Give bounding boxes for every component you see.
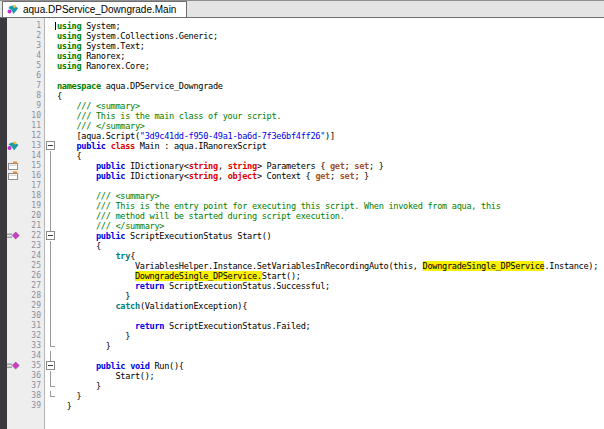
code-text: using Ranorex.Core; — [57, 61, 150, 71]
code-line[interactable]: 11 /// </summary> — [0, 121, 604, 131]
line-number: 35 — [0, 361, 41, 371]
code-text: try{ — [57, 251, 135, 261]
fold-line-marker — [46, 291, 56, 301]
code-text: using Ranorex; — [57, 51, 125, 61]
code-line[interactable]: 4using Ranorex; — [0, 51, 604, 61]
code-line[interactable]: 31 return ScriptExecutionStatus.Failed; — [0, 321, 604, 331]
code-line[interactable]: 32 } — [0, 331, 604, 341]
fold-line-marker — [46, 391, 56, 401]
code-text: namespace aqua.DPService_Downgrade — [57, 81, 223, 91]
code-line[interactable]: 10 /// This is the main class of your sc… — [0, 111, 604, 121]
code-text: catch(ValidationException){ — [57, 301, 247, 311]
code-line[interactable]: 16 public IDictionary<string, object> Co… — [0, 171, 604, 181]
line-number: 5 — [0, 61, 41, 71]
highlighted-occurrence: DowngradeSingle_DPService. — [135, 271, 262, 281]
code-line[interactable]: 27 return ScriptExecutionStatus.Successf… — [0, 281, 604, 291]
fold-line-marker — [46, 161, 56, 171]
fold-line-marker — [46, 221, 56, 231]
line-number: 7 — [0, 81, 41, 91]
code-line[interactable]: 15 public IDictionary<string, string> Pa… — [0, 161, 604, 171]
collapse-minus-icon[interactable] — [46, 231, 55, 240]
line-number: 9 — [0, 101, 41, 111]
code-line[interactable]: 5using Ranorex.Core; — [0, 61, 604, 71]
code-line[interactable]: 34 — [0, 351, 604, 361]
line-number: 31 — [0, 321, 41, 331]
code-line[interactable]: 24 try{ — [0, 251, 604, 261]
line-number: 16 — [0, 171, 41, 181]
code-line[interactable]: 25 VariablesHelper.Instance.SetVariables… — [0, 261, 604, 271]
code-line[interactable]: 14 { — [0, 151, 604, 161]
code-text: Start(); — [57, 371, 154, 381]
code-editor[interactable]: 1using System;2using System.Collections.… — [0, 18, 604, 429]
fold-line-marker — [46, 311, 56, 321]
code-line[interactable]: 28 } — [0, 291, 604, 301]
line-number: 20 — [0, 211, 41, 221]
code-line[interactable]: 6 — [0, 71, 604, 81]
line-number: 2 — [0, 31, 41, 41]
line-number: 23 — [0, 241, 41, 251]
fold-collapse-toggle[interactable] — [46, 361, 56, 371]
code-line[interactable]: 36 Start(); — [0, 371, 604, 381]
code-line[interactable]: 35 public void Run(){ — [0, 361, 604, 371]
code-line[interactable]: 20 /// method will be started during scr… — [0, 211, 604, 221]
code-line[interactable]: 19 /// This is the entry point for execu… — [0, 201, 604, 211]
line-number: 33 — [0, 341, 41, 351]
code-line[interactable]: 39 } — [0, 401, 604, 411]
code-line[interactable]: 9 /// <summary> — [0, 101, 604, 111]
fold-line-marker — [46, 371, 56, 381]
code-text: /// </summary> — [57, 121, 145, 131]
line-number: 30 — [0, 311, 41, 321]
fold-line-marker — [46, 281, 56, 291]
ranorex-script-icon — [7, 4, 19, 15]
code-text: using System; — [57, 21, 120, 31]
code-text: VariablesHelper.Instance.SetVariablesInR… — [57, 261, 598, 271]
line-number: 11 — [0, 121, 41, 131]
code-text: { — [57, 241, 101, 251]
code-line[interactable]: 8{ — [0, 91, 604, 101]
line-number: 26 — [0, 271, 41, 281]
fold-line-marker — [46, 381, 56, 391]
line-number: 28 — [0, 291, 41, 301]
code-line[interactable]: 22 public ScriptExecutionStatus Start() — [0, 231, 604, 241]
code-text: public ScriptExecutionStatus Start() — [57, 231, 271, 241]
code-text: } — [57, 381, 101, 391]
code-line[interactable]: 12 [aqua.Script("3d9c41dd-f950-49a1-ba6d… — [0, 131, 604, 141]
fold-collapse-toggle[interactable] — [46, 231, 56, 241]
line-number: 1 — [0, 21, 41, 31]
code-line[interactable]: 29 catch(ValidationException){ — [0, 301, 604, 311]
code-line[interactable]: 37 } — [0, 381, 604, 391]
document-tab-bar: aqua.DPService_Downgrade.Main — [0, 1, 604, 18]
code-text: using System.Collections.Generic; — [57, 31, 218, 41]
code-line[interactable]: 21 /// </summary> — [0, 221, 604, 231]
code-line[interactable]: 18 /// <summary> — [0, 191, 604, 201]
line-number: 4 — [0, 51, 41, 61]
code-text: [aqua.Script("3d9c41dd-f950-49a1-ba6d-7f… — [57, 131, 335, 141]
code-line[interactable]: 23 { — [0, 241, 604, 251]
code-line[interactable]: 30 — [0, 311, 604, 321]
fold-collapse-toggle[interactable] — [46, 141, 56, 151]
code-text: return ScriptExecutionStatus.Failed; — [57, 321, 310, 331]
code-line[interactable]: 26 DowngradeSingle_DPService.Start(); — [0, 271, 604, 281]
code-line[interactable]: 38 } — [0, 391, 604, 401]
fold-line-marker — [46, 211, 56, 221]
fold-line-marker — [46, 151, 56, 161]
code-line[interactable]: 1using System; — [0, 21, 604, 31]
fold-line-marker — [46, 171, 56, 181]
code-line[interactable]: 7namespace aqua.DPService_Downgrade — [0, 81, 604, 91]
code-text: public class Main : aqua.IRanorexScript — [57, 141, 267, 151]
fold-line-marker — [46, 191, 56, 201]
code-line[interactable]: 3using System.Text; — [0, 41, 604, 51]
line-number: 37 — [0, 381, 41, 391]
code-line[interactable]: 17 — [0, 181, 604, 191]
code-text: /// <summary> — [57, 191, 159, 201]
code-line[interactable]: 2using System.Collections.Generic; — [0, 31, 604, 41]
line-number: 6 — [0, 71, 41, 81]
line-number: 25 — [0, 261, 41, 271]
tab-aqua-dpservice-downgrade-main[interactable]: aqua.DPService_Downgrade.Main — [2, 1, 187, 17]
code-line[interactable]: 33 } — [0, 341, 604, 351]
line-number: 32 — [0, 331, 41, 341]
code-line[interactable]: 13 public class Main : aqua.IRanorexScri… — [0, 141, 604, 151]
line-number: 34 — [0, 351, 41, 361]
collapse-minus-icon[interactable] — [46, 141, 55, 150]
collapse-minus-icon[interactable] — [46, 361, 55, 370]
